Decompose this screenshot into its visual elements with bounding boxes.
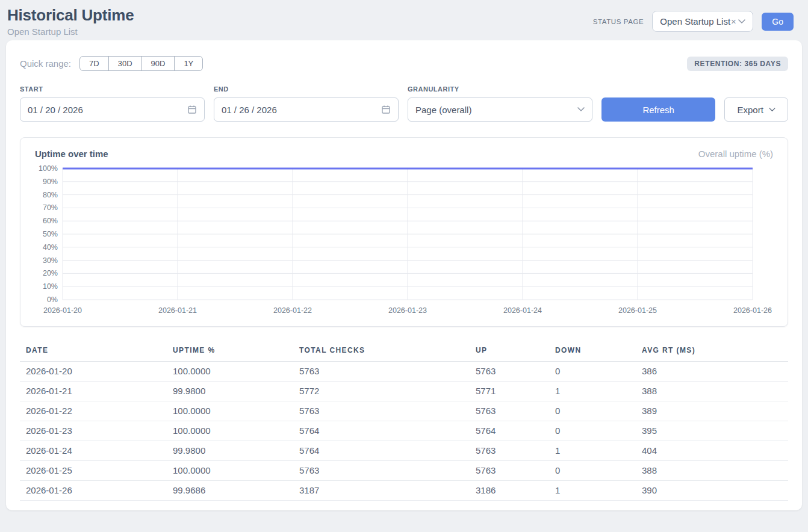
table-cell: 5772: [293, 382, 470, 401]
table-row: 2026-01-25100.0000576357630388: [20, 461, 788, 481]
svg-text:2026-01-22: 2026-01-22: [273, 306, 312, 315]
svg-text:2026-01-20: 2026-01-20: [43, 306, 82, 315]
table-cell: 2026-01-21: [20, 382, 167, 401]
table-cell: 99.9686: [167, 481, 293, 501]
page-title: Historical Uptime: [7, 6, 134, 25]
chart-legend: Overall uptime (%): [698, 149, 773, 159]
export-button[interactable]: Export: [724, 97, 788, 122]
quick-range-row: Quick range: 7D30D90D1Y RETENTION: 365 D…: [20, 56, 788, 71]
go-button[interactable]: Go: [762, 13, 794, 31]
table-cell: 1: [549, 382, 636, 401]
table-cell: 1: [549, 441, 636, 461]
end-date-input[interactable]: 01 / 26 / 2026: [214, 97, 399, 122]
table-cell: 5763: [293, 362, 470, 382]
table-cell: 0: [549, 401, 636, 421]
table-cell: 1: [549, 481, 636, 501]
table-cell: 99.9800: [167, 382, 293, 401]
filters-row: START 01 / 20 / 2026 END 01 / 26 / 2026 …: [20, 85, 788, 122]
table-row: 2026-01-2199.9800577257711388: [20, 382, 788, 401]
quick-range-7d-button[interactable]: 7D: [79, 56, 109, 71]
svg-text:2026-01-23: 2026-01-23: [388, 306, 427, 315]
svg-text:50%: 50%: [43, 230, 58, 238]
main-panel: Quick range: 7D30D90D1Y RETENTION: 365 D…: [6, 40, 802, 510]
table-cell: 386: [636, 362, 788, 382]
granularity-selected-value: Page (overall): [415, 105, 471, 115]
end-date-field: END 01 / 26 / 2026: [214, 85, 399, 122]
table-cell: 3186: [470, 481, 549, 501]
table-cell: 2026-01-20: [20, 362, 167, 382]
chart-header: Uptime over time Overall uptime (%): [35, 149, 773, 159]
svg-text:20%: 20%: [43, 269, 58, 277]
table-cell: 5763: [470, 441, 549, 461]
column-header: TOTAL CHECKS: [293, 341, 470, 362]
page-subtitle: Open Startup List: [7, 26, 134, 37]
start-label: START: [20, 85, 205, 93]
top-bar: Historical Uptime Open Startup List STAT…: [0, 0, 808, 40]
table-cell: 388: [636, 461, 788, 481]
uptime-table: DATEUPTIME %TOTAL CHECKSUPDOWNAVG RT (MS…: [20, 341, 788, 501]
table-row: 2026-01-2699.9686318731861390: [20, 481, 788, 501]
export-label: Export: [738, 105, 763, 115]
table-row: 2026-01-20100.0000576357630386: [20, 362, 788, 382]
calendar-icon[interactable]: [381, 105, 391, 114]
chevron-down-icon: [769, 108, 775, 112]
column-header: UPTIME %: [167, 341, 293, 362]
calendar-icon[interactable]: [187, 105, 197, 114]
quick-range-group: 7D30D90D1Y: [79, 56, 203, 71]
svg-text:40%: 40%: [43, 243, 58, 252]
granularity-field: GRANULARITY Page (overall): [408, 85, 592, 122]
table-row: 2026-01-23100.0000576457640395: [20, 421, 788, 441]
table-row: 2026-01-22100.0000576357630389: [20, 401, 788, 421]
table-cell: 5764: [293, 421, 470, 441]
quick-range-1y-button[interactable]: 1Y: [174, 56, 203, 71]
clear-icon[interactable]: ×: [731, 16, 736, 26]
table-cell: 5771: [470, 382, 549, 401]
end-date-value: 01 / 26 / 2026: [222, 105, 277, 115]
svg-text:80%: 80%: [43, 191, 58, 199]
svg-text:100%: 100%: [39, 164, 58, 173]
table-cell: 388: [636, 382, 788, 401]
table-cell: 100.0000: [167, 362, 293, 382]
status-page-select[interactable]: Open Startup List ×: [652, 11, 753, 32]
start-date-input[interactable]: 01 / 20 / 2026: [20, 97, 205, 122]
table-cell: 100.0000: [167, 401, 293, 421]
svg-text:2026-01-24: 2026-01-24: [503, 306, 542, 315]
svg-text:70%: 70%: [43, 203, 58, 212]
column-header: DOWN: [549, 341, 636, 362]
refresh-button[interactable]: Refresh: [601, 97, 715, 122]
table-cell: 5763: [470, 362, 549, 382]
table-header-row: DATEUPTIME %TOTAL CHECKSUPDOWNAVG RT (MS…: [20, 341, 788, 362]
column-header: UP: [470, 341, 549, 362]
chart-title: Uptime over time: [35, 149, 108, 159]
column-header: AVG RT (MS): [636, 341, 788, 362]
granularity-select[interactable]: Page (overall): [408, 97, 592, 122]
retention-badge: RETENTION: 365 DAYS: [687, 57, 788, 71]
table-row: 2026-01-2499.9800576457631404: [20, 441, 788, 461]
table-cell: 2026-01-25: [20, 461, 167, 481]
table-cell: 5763: [470, 461, 549, 481]
end-label: END: [214, 85, 399, 93]
status-page-label: STATUS PAGE: [593, 18, 644, 25]
table-cell: 389: [636, 401, 788, 421]
table-cell: 5764: [293, 441, 470, 461]
column-header: DATE: [20, 341, 167, 362]
title-block: Historical Uptime Open Startup List: [7, 6, 134, 37]
table-cell: 0: [549, 461, 636, 481]
table-cell: 0: [549, 362, 636, 382]
quick-range-30d-button[interactable]: 30D: [108, 56, 142, 71]
table-cell: 0: [549, 421, 636, 441]
table-cell: 2026-01-23: [20, 421, 167, 441]
svg-text:2026-01-26: 2026-01-26: [733, 306, 772, 315]
granularity-label: GRANULARITY: [408, 85, 592, 93]
table-cell: 5763: [470, 401, 549, 421]
table-cell: 395: [636, 421, 788, 441]
quick-range-90d-button[interactable]: 90D: [141, 56, 175, 71]
table-cell: 3187: [293, 481, 470, 501]
svg-text:30%: 30%: [43, 256, 58, 265]
uptime-chart-card: Uptime over time Overall uptime (%) 0%10…: [20, 137, 788, 327]
table-cell: 5763: [293, 401, 470, 421]
table-cell: 100.0000: [167, 461, 293, 481]
svg-text:2026-01-25: 2026-01-25: [618, 306, 657, 315]
table-cell: 5763: [293, 461, 470, 481]
table-cell: 99.9800: [167, 441, 293, 461]
